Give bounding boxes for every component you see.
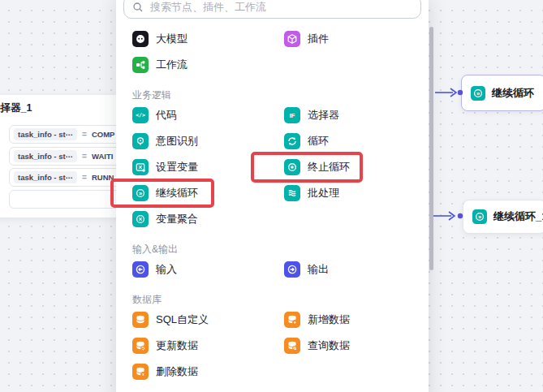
db-add-icon [284,312,300,328]
set-variable-icon [132,159,149,175]
menu-item-label: 输入 [156,262,177,277]
svg-text:»: » [478,213,481,221]
svg-text:IF: IF [290,112,295,119]
menu-item-label: 选择器 [308,108,339,123]
section-header: 数据库 [116,282,429,307]
search-icon [132,2,144,13]
condition-input[interactable]: task_info - st⋯=WAITI [9,147,131,166]
menu-item-label: 更新数据 [156,338,198,353]
batch-icon [284,185,300,201]
menu-item-aggregate[interactable]: 变量聚合 [132,206,284,232]
condition-field[interactable]: task_info - st⋯ [14,171,77,183]
menu-item-label: 代码 [156,108,177,123]
menu-item-label: 意图识别 [156,134,198,149]
section-header: 输入&输出 [116,232,429,256]
model-icon [132,31,149,47]
condition-field[interactable]: task_info - st⋯ [14,128,77,140]
condition-row: 果task_info - st⋯=COMP [9,125,131,144]
plugin-icon [284,31,300,47]
workflow-icon [132,57,149,73]
code-icon: </> [132,107,149,123]
loop-icon [284,133,300,149]
menu-item-db-query[interactable]: 查询数据 [284,333,429,359]
menu-item-label: 循环 [308,134,329,149]
menu-item-label: 新增数据 [308,312,350,327]
condition-row: 果task_info - st⋯=WAITI [9,147,131,166]
selector-node-title: 选择器_1 [0,101,32,115]
condition-value[interactable]: COMP [92,130,115,139]
menu-item-db-sql[interactable]: SQL自定义 [132,307,284,333]
menu-item-intent[interactable]: 意图识别 [132,128,284,154]
menu-item-batch[interactable]: 批处理 [284,180,429,206]
flow-node-title: 继续循环 [492,86,534,101]
menu-item-label: 输出 [308,262,329,277]
menu-item-db-update[interactable]: 更新数据 [132,333,284,359]
menu-item-label: 插件 [308,32,329,46]
menu-item-loop[interactable]: 循环 [284,128,429,154]
highlight-box-continue-loop [110,179,214,208]
db-query-icon [284,338,300,354]
if-icon: IF [284,107,300,123]
intent-icon [132,133,149,149]
menu-item-code[interactable]: </>代码 [132,102,284,128]
menu-item-output[interactable]: 输出 [284,256,429,282]
menu-item-input[interactable]: 输入 [132,256,284,282]
output-icon [284,261,300,278]
menu-item-db-add[interactable]: 新增数据 [284,307,429,333]
menu-item-label: 删除数据 [156,364,198,379]
condition-value[interactable]: WAITI [92,152,113,161]
popup-scrollbar[interactable] [429,27,433,270]
svg-text:</>: </> [136,112,145,118]
condition-operator: = [82,130,87,139]
menu-item-workflow[interactable]: 工作流 [132,52,284,78]
condition-input[interactable]: task_info - st⋯=COMP [9,125,131,144]
menu-item-model[interactable]: 大模型 [132,26,284,52]
menu-item-label: 设置变量 [156,160,198,174]
db-update-icon [132,338,149,354]
section-header: 业务逻辑 [116,78,429,102]
input-icon [132,261,149,278]
search-box[interactable] [123,0,421,19]
menu-item-db-delete[interactable]: 删除数据 [132,359,284,385]
flow-node-continue-loop-1[interactable]: » 继续循环_1 [463,200,543,234]
section-items: 大模型插件工作流 [116,26,429,78]
section-items: 输入输出 [116,256,429,282]
highlight-box-terminate-loop [251,152,363,183]
search-input[interactable] [149,0,412,14]
search-wrap [116,0,429,19]
menu-item-plugin[interactable]: 插件 [284,26,429,52]
menu-item-label: 查询数据 [308,338,350,353]
flow-node-title: 继续循环_1 [493,209,543,224]
aggregate-icon [132,211,149,227]
condition-operator: = [82,173,87,182]
continue-loop-icon: » [472,209,487,224]
menu-item-label: 工作流 [156,58,187,72]
db-sql-icon [132,312,149,328]
menu-item-label: SQL自定义 [156,312,209,327]
condition-operator: = [82,152,87,161]
condition-field[interactable]: task_info - st⋯ [14,150,77,162]
db-delete-icon [132,364,149,380]
continue-loop-icon: » [471,86,485,101]
section-items: SQL自定义新增数据更新数据查询数据删除数据 [116,307,429,385]
menu-item-if[interactable]: IF选择器 [284,102,429,128]
menu-item-label: 批处理 [308,186,339,200]
menu-item-label: 大模型 [156,32,187,46]
svg-text:»: » [476,89,480,97]
menu-item-label: 变量聚合 [156,212,198,226]
flow-node-continue-loop[interactable]: » 继续循环 [461,75,543,111]
